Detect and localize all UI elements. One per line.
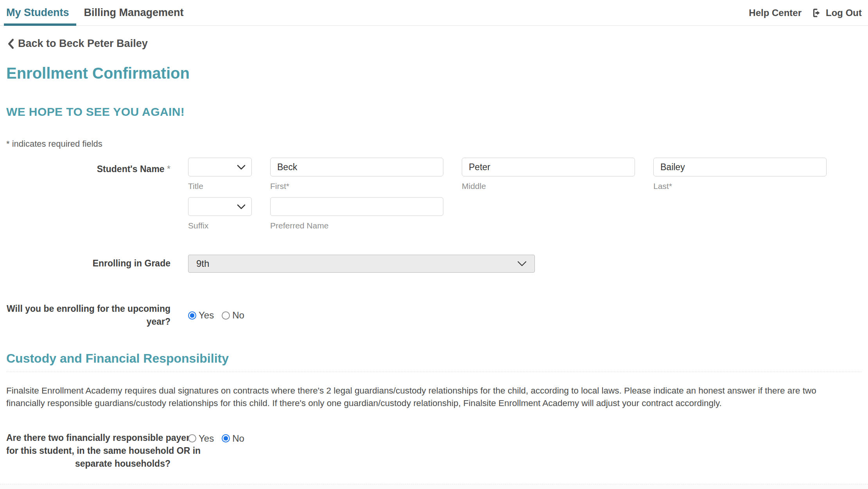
preferred-name-input[interactable]: [270, 197, 443, 216]
help-center-label: Help Center: [749, 7, 802, 18]
back-link[interactable]: Back to Beck Peter Bailey: [6, 38, 148, 50]
tab-my-students[interactable]: My Students: [6, 0, 69, 25]
upcoming-year-radio-group: Yes No: [188, 302, 252, 329]
middle-name-input[interactable]: [462, 158, 635, 176]
log-out-icon: [812, 8, 822, 18]
required-asterisk: *: [167, 164, 170, 174]
top-nav: My Students Billing Management Help Cent…: [0, 0, 868, 26]
chevron-left-icon: [6, 38, 16, 50]
last-name-label: Last*: [653, 182, 827, 191]
two-payers-radio-group: Yes No: [188, 433, 252, 444]
two-payers-yes-radio[interactable]: [188, 434, 196, 442]
nav-tabs: My Students Billing Management: [6, 0, 184, 25]
enrollment-form: Back to Beck Peter Bailey Enrollment Con…: [0, 38, 868, 489]
two-payers-question: Are there two financially responsible pa…: [6, 431, 170, 471]
custody-description: Finalsite Enrollment Academy requires du…: [6, 385, 841, 410]
grade-select[interactable]: 9th: [188, 255, 535, 273]
page-title: Enrollment Confirmation: [6, 65, 862, 82]
log-out-link[interactable]: Log Out: [812, 7, 862, 18]
log-out-label: Log Out: [826, 7, 862, 18]
nav-right: Help Center Log Out: [749, 7, 862, 18]
student-name-row-2: Suffix Preferred Name: [6, 197, 862, 230]
student-name-row: Student's Name * Title First* Middle: [6, 158, 862, 191]
upcoming-year-no-label[interactable]: No: [232, 310, 244, 321]
student-name-label: Student's Name *: [6, 158, 170, 191]
grade-label: Enrolling in Grade: [6, 257, 170, 270]
required-fields-note: * indicates required fields: [6, 139, 862, 149]
upcoming-year-yes-radio[interactable]: [188, 311, 196, 320]
title-select[interactable]: [188, 158, 252, 176]
tab-billing-management-label: Billing Management: [84, 7, 184, 19]
chevron-down-icon: [517, 261, 527, 266]
help-center-link[interactable]: Help Center: [749, 7, 802, 18]
tab-billing-management[interactable]: Billing Management: [84, 0, 184, 25]
grade-select-value: 9th: [196, 258, 209, 269]
preferred-name-label: Preferred Name: [270, 221, 443, 230]
last-name-input[interactable]: [653, 158, 827, 176]
two-payers-no-radio[interactable]: [222, 434, 230, 442]
two-payers-yes-label[interactable]: Yes: [199, 433, 214, 444]
suffix-label: Suffix: [188, 221, 252, 230]
upcoming-year-yes-label[interactable]: Yes: [199, 310, 214, 321]
title-label: Title: [188, 182, 252, 191]
upcoming-year-no-radio[interactable]: [222, 311, 230, 320]
grade-row: Enrolling in Grade 9th: [6, 255, 862, 273]
footer-divider: [0, 484, 868, 489]
two-payers-no-label[interactable]: No: [232, 433, 244, 444]
suffix-select[interactable]: [188, 197, 252, 216]
upcoming-year-row: Will you be enrolling for the upcoming y…: [6, 302, 862, 329]
welcome-heading: WE HOPE TO SEE YOU AGAIN!: [6, 105, 862, 119]
upcoming-year-question: Will you be enrolling for the upcoming y…: [6, 302, 170, 329]
middle-name-label: Middle: [462, 182, 635, 191]
chevron-down-icon: [237, 204, 246, 209]
custody-section-heading: Custody and Financial Responsibility: [6, 351, 862, 372]
two-payers-row: Are there two financially responsible pa…: [6, 431, 862, 471]
tab-my-students-label: My Students: [6, 7, 69, 19]
chevron-down-icon: [237, 165, 246, 170]
first-name-label: First*: [270, 182, 443, 191]
back-link-label: Back to Beck Peter Bailey: [18, 38, 148, 50]
first-name-input[interactable]: [270, 158, 443, 176]
